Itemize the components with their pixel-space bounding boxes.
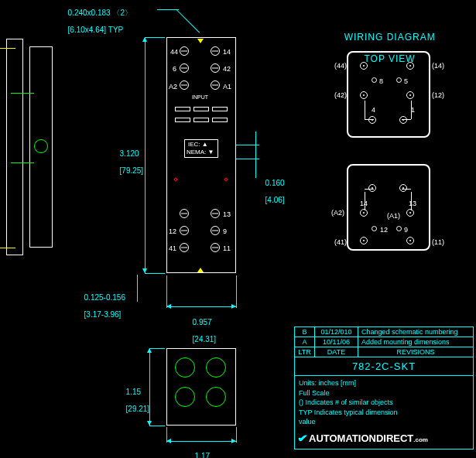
wl-bA2: (A2) xyxy=(331,209,344,217)
wb-pin-11 xyxy=(406,237,414,244)
dim-height-main-line xyxy=(145,37,146,273)
ext-bw2 xyxy=(236,427,237,443)
tb-note-4: TYP Indicates typical dimension xyxy=(299,408,397,416)
dim-height-l1: 3.120 xyxy=(120,149,139,158)
ym-l2 xyxy=(0,246,5,251)
dim-height-l2: [79.25] xyxy=(120,166,144,175)
screw-12b xyxy=(180,226,189,235)
screw-a1 xyxy=(211,80,220,90)
dim-bh-l1: 1.15 xyxy=(126,388,141,396)
bv-hole-tr xyxy=(206,357,226,378)
dim-bs-line xyxy=(137,275,138,302)
dim-bw-l1: 1.17 xyxy=(195,452,210,458)
ext-w1 xyxy=(166,275,167,308)
tb-date-1: 10/11/06 xyxy=(315,337,358,347)
slot-4 xyxy=(175,118,190,122)
dim-bw-line xyxy=(166,441,236,442)
screw-44 xyxy=(180,46,189,56)
dim-width-l1: 0.957 xyxy=(193,318,212,326)
wl-5: 5 xyxy=(404,77,408,85)
dim-sidestep-l1: 0.160 xyxy=(265,179,285,187)
wb-pin-13 xyxy=(399,184,407,192)
left-green-2 xyxy=(11,162,34,163)
tb-note-2: Full Scale xyxy=(299,389,330,397)
ext-w2 xyxy=(236,275,237,308)
lbl-nema: NEMA: ▼ xyxy=(187,149,214,156)
screw-41 xyxy=(180,243,189,252)
tb-rev-0: Changed schematic numbering xyxy=(358,327,473,337)
dim-top-hole: 0.240x0.183 〈2〉 [6.10x4.64] TYP xyxy=(63,0,132,34)
wt-line3 xyxy=(365,119,374,120)
wl-8: 8 xyxy=(379,77,383,85)
bv-hole-br xyxy=(206,387,226,407)
slot-5 xyxy=(193,118,209,122)
wl-b14: 14 xyxy=(360,200,368,207)
screw-b1 xyxy=(180,209,189,218)
wiring-title-l1: WIRING DIAGRAM xyxy=(344,32,436,43)
wt-pin-5 xyxy=(396,77,402,83)
wl-b9: 9 xyxy=(404,226,408,234)
wb-pin-a2 xyxy=(360,209,368,217)
wt-pin-44 xyxy=(360,62,368,70)
wl-b41: (41) xyxy=(334,238,347,246)
tb-row-0: B 01/12/010 Changed schematic numbering xyxy=(295,327,473,337)
tb-row-2: LTR DATE REVISIONS xyxy=(295,347,473,357)
wb-line4 xyxy=(402,189,411,190)
left-section-1 xyxy=(6,39,23,255)
wl-44: (44) xyxy=(334,62,347,70)
lbl-41: 41 xyxy=(169,244,176,252)
lbl-44: 44 xyxy=(170,48,178,56)
lbl-12b: 12 xyxy=(169,227,176,235)
tb-note-1: Units: inches [mm] xyxy=(299,379,356,387)
title-block: B 01/12/010 Changed schematic numbering … xyxy=(294,326,474,449)
slot-3 xyxy=(212,107,228,111)
screw-9 xyxy=(211,226,220,235)
tb-row-1: A 10/11/06 Added mounting dimensions xyxy=(295,337,473,347)
dim-width-line xyxy=(166,306,236,307)
wt-line4 xyxy=(402,119,411,120)
wb-pin-12 xyxy=(372,226,377,231)
dim-leader-slant xyxy=(176,9,200,32)
ytri-top xyxy=(197,39,204,43)
wt-pin-1 xyxy=(399,116,407,124)
lbl-42t: 42 xyxy=(223,65,231,73)
dim-base-l2: [3.17-3.96] xyxy=(84,310,122,319)
wt-line1 xyxy=(365,101,365,119)
bv-hole-tl xyxy=(175,357,195,378)
dim-bh-l2: [29.21] xyxy=(126,405,150,413)
lbl-9: 9 xyxy=(223,227,227,235)
ext-bh2 xyxy=(149,426,165,426)
wiring-box-bottom xyxy=(347,164,430,251)
wt-pin-14 xyxy=(406,62,414,70)
wl-1: 1 xyxy=(411,106,415,114)
lbl-iec: IEC: ▲ xyxy=(188,141,208,148)
wl-42: (42) xyxy=(334,91,347,99)
wl-14: (14) xyxy=(432,62,444,70)
tb-note-5: value xyxy=(299,418,316,426)
tb-note-3: () Indicates # of similar objects xyxy=(299,398,393,406)
ext-h2 xyxy=(145,273,165,274)
dim-sidestep-l2: [4.06] xyxy=(265,196,285,204)
wb-pin-9 xyxy=(396,226,402,231)
slot-6 xyxy=(212,118,228,122)
screw-42t xyxy=(211,63,220,73)
dim-width: 0.957 [24.31] xyxy=(188,309,216,344)
wb-pin-14 xyxy=(368,184,376,192)
lbl-a1: A1 xyxy=(223,83,231,91)
dim-base-slot: 0.125-0.156 [3.17-3.96] xyxy=(80,285,125,319)
tb-part-number: 782-2C-SKT xyxy=(295,357,473,376)
ext-h1 xyxy=(145,37,165,38)
wl-b12: 12 xyxy=(380,226,388,234)
wl-b13: 13 xyxy=(409,200,416,207)
tb-rev-2: REVISIONS xyxy=(358,347,473,357)
dim-bottom-height: 1.15 [29.21] xyxy=(122,379,149,413)
dim-top-hole-line2: [6.10x4.64] TYP xyxy=(68,26,124,34)
lbl-6: 6 xyxy=(173,65,176,73)
tb-date-0: 01/12/010 xyxy=(315,327,358,337)
tb-logo-text: AUTOMATIONDIRECT xyxy=(309,432,413,444)
wb-line3 xyxy=(365,189,374,190)
tb-ltr-0: B xyxy=(295,327,315,337)
lbl-a2: A2 xyxy=(169,83,177,91)
slot-1 xyxy=(175,107,190,111)
screw-14 xyxy=(211,46,220,56)
